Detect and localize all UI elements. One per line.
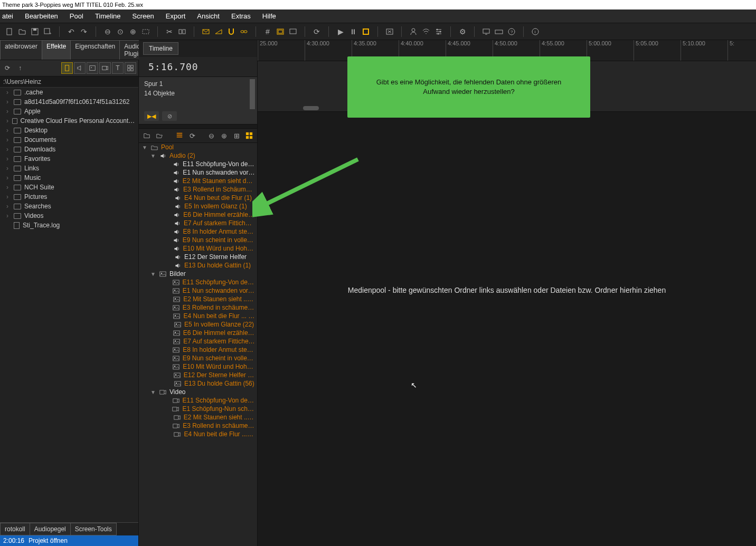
pool-node[interactable]: E11 Schöpfung-Von deiner Güte... bbox=[139, 396, 257, 405]
list-view-icon[interactable] bbox=[175, 131, 184, 140]
safezone-icon[interactable] bbox=[275, 26, 286, 37]
bottom-tab-rotokoll[interactable]: rotokoll bbox=[0, 523, 30, 535]
pool-node[interactable]: E9 Nun scheint in vollem Glanz... bbox=[139, 236, 257, 244]
monitor-icon[interactable] bbox=[481, 26, 492, 37]
tree-item[interactable]: ›Downloads bbox=[0, 145, 138, 154]
pool-node[interactable]: E10 Mit Würd und Hohheit (1) bbox=[139, 244, 257, 253]
undo-icon[interactable]: ↶ bbox=[66, 26, 77, 37]
link-icon[interactable] bbox=[239, 26, 249, 37]
filter-audio-icon[interactable] bbox=[74, 62, 86, 74]
pool-node[interactable]: E4 Nun beut die Flur (1) bbox=[139, 194, 257, 202]
tree-item[interactable]: ›Pictures bbox=[0, 192, 138, 202]
track-prev-next-icon[interactable]: ▶◀ bbox=[144, 111, 159, 121]
open-icon[interactable] bbox=[17, 26, 27, 37]
pool-node[interactable]: ▼Bilder bbox=[139, 270, 257, 278]
pool-node[interactable]: E5 In vollem Glanze (22) bbox=[139, 320, 257, 329]
zoom-fit-icon[interactable]: ⊙ bbox=[115, 26, 126, 37]
magnet-icon[interactable] bbox=[226, 26, 237, 37]
pool-node[interactable]: E2 Mit Staunen sieht das Wund... bbox=[139, 177, 257, 185]
split-icon[interactable] bbox=[177, 26, 187, 37]
pool-node[interactable]: ▼Video bbox=[139, 388, 257, 396]
pool-node[interactable]: E11 Schöpfung-Von deiner Güte bbox=[139, 160, 257, 168]
zoom-out-icon[interactable]: ⊖ bbox=[102, 26, 113, 37]
zoom-region-icon[interactable] bbox=[140, 26, 151, 37]
expand-icon[interactable]: ⊕ bbox=[219, 131, 229, 140]
sync-icon[interactable]: ⟳ bbox=[311, 26, 322, 37]
pool-node[interactable]: E7 Auf starkem Fittiche (2) bbox=[139, 219, 257, 227]
menu-extras[interactable]: Extras bbox=[231, 12, 251, 20]
zoom-in-icon[interactable]: ⊕ bbox=[128, 26, 138, 37]
tree-item[interactable]: ›Desktop bbox=[0, 126, 138, 135]
gear-icon[interactable]: ⚙ bbox=[457, 26, 468, 37]
filter-grid-icon[interactable] bbox=[125, 62, 136, 74]
pool-node[interactable]: E13 Du holde Gattin (56) bbox=[139, 379, 257, 388]
tree-item[interactable]: ›Searches bbox=[0, 202, 138, 211]
horizontal-scrollbar[interactable] bbox=[303, 106, 319, 110]
grid-icon[interactable]: # bbox=[262, 26, 273, 37]
tree-item[interactable]: ›Links bbox=[0, 164, 138, 173]
pool-node[interactable]: E12 Der Sterne Helfer bbox=[139, 253, 257, 261]
collapse-icon[interactable]: ⊖ bbox=[206, 131, 216, 140]
pool-node[interactable]: E1 Nun schwanden vor dem ... ... bbox=[139, 286, 257, 295]
pool-node[interactable]: E1 Nun schwanden vor dem ... bbox=[139, 168, 257, 177]
pool-node[interactable]: E7 Auf starkem Fittiche (85) bbox=[139, 337, 257, 346]
pool-node[interactable]: E2 Mit Staunen sieht ... (15) bbox=[139, 295, 257, 303]
menu-screen[interactable]: Screen bbox=[133, 12, 154, 20]
tree-item[interactable]: ›Favorites bbox=[0, 154, 138, 164]
pause-icon[interactable]: ⏸ bbox=[348, 26, 358, 37]
tree-item[interactable]: ›Sti_Trace.log bbox=[0, 221, 138, 230]
pool-node[interactable]: E4 Nun beit die Flur ... (1) bbox=[139, 430, 257, 438]
track-header[interactable]: Spur 1 14 Objekte ▶◀ ⊘ bbox=[139, 77, 257, 124]
media-area[interactable]: Medienpool - bitte gewünschten Ordner li… bbox=[258, 112, 756, 546]
menu-timeline[interactable]: Timeline bbox=[95, 12, 121, 20]
redo-icon[interactable]: ↷ bbox=[79, 26, 89, 37]
filter-image-icon[interactable] bbox=[87, 62, 98, 74]
up-icon[interactable]: ↑ bbox=[15, 63, 25, 73]
menu-export[interactable]: Export bbox=[166, 12, 186, 20]
tree-item[interactable]: ›NCH Suite bbox=[0, 183, 138, 192]
save-plus-icon[interactable]: + bbox=[42, 26, 53, 37]
new-doc-icon[interactable] bbox=[4, 26, 15, 37]
tree-item[interactable]: ›Music bbox=[0, 173, 138, 183]
tree-item[interactable]: ›Videos bbox=[0, 211, 138, 221]
folder-tree[interactable]: ›.cache›a8d141d5a09f7f6f1c06174f51a31262… bbox=[0, 88, 138, 305]
folder-icon[interactable] bbox=[142, 131, 152, 140]
pool-tree[interactable]: ▼Pool▼Audio (2)E11 Schöpfung-Von deiner … bbox=[139, 143, 257, 546]
pool-node[interactable]: E3 Rollend in schäumend ... (2) bbox=[139, 422, 257, 430]
close-screen-icon[interactable] bbox=[384, 26, 395, 37]
folder-open-icon[interactable] bbox=[155, 131, 164, 140]
pool-node[interactable]: E6 Die Himmel erzählen (47) bbox=[139, 329, 257, 337]
tab-effekte[interactable]: Effekte bbox=[42, 40, 71, 60]
save-icon[interactable] bbox=[30, 26, 40, 37]
pool-node[interactable]: E10 Mit Würd und Hohheit (26) bbox=[139, 362, 257, 371]
help-icon[interactable]: ? bbox=[506, 26, 517, 37]
envelope-icon[interactable] bbox=[201, 26, 211, 37]
tab-ateibrowser[interactable]: ateibrowser bbox=[0, 40, 42, 60]
bottom-tab-audiopegel[interactable]: Audiopegel bbox=[30, 523, 71, 535]
tree-item[interactable]: ›.cache bbox=[0, 88, 138, 97]
screen-icon[interactable] bbox=[288, 26, 298, 37]
pool-node[interactable]: E3 Rollend in schäumend ... (42) bbox=[139, 303, 257, 312]
pool-node[interactable]: E3 Rollend in Schäumen (1) bbox=[139, 185, 257, 194]
stop-icon[interactable] bbox=[361, 26, 371, 37]
menu-pool[interactable]: Pool bbox=[70, 12, 83, 20]
pool-node[interactable]: E1 Schöpfung-Nun schwanden v... bbox=[139, 405, 257, 413]
pool-node[interactable]: E9 Nun scheint in vollem Glanz... bbox=[139, 354, 257, 362]
wifi-icon[interactable] bbox=[421, 26, 431, 37]
tree-item[interactable]: ›Creative Cloud Files Personal Account H… bbox=[0, 116, 138, 126]
tree-item[interactable]: ›Documents bbox=[0, 135, 138, 145]
tab-timeline[interactable]: Timeline bbox=[143, 42, 178, 55]
filter-text-icon[interactable]: T bbox=[112, 62, 124, 74]
menu-hilfe[interactable]: Hilfe bbox=[262, 12, 276, 20]
filter-video-icon[interactable] bbox=[99, 62, 111, 74]
reload-icon[interactable]: ⟳ bbox=[187, 131, 197, 140]
pool-node[interactable]: E11 Schöpfung-Von deiner Güte... bbox=[139, 278, 257, 286]
pool-node[interactable]: E8 In holder Anmut stehen (1) bbox=[139, 227, 257, 236]
pool-node[interactable]: E13 Du holde Gattin (1) bbox=[139, 261, 257, 270]
pool-node[interactable]: E8 In holder Anmut stehen (64) bbox=[139, 346, 257, 354]
play-icon[interactable]: ▶ bbox=[335, 26, 346, 37]
tab-eigenschaften[interactable]: Eigenschaften bbox=[70, 40, 120, 60]
pool-node[interactable]: ▼Audio (2) bbox=[139, 151, 257, 160]
sliders-icon[interactable] bbox=[433, 26, 444, 37]
track-scrollbar[interactable] bbox=[250, 79, 255, 109]
